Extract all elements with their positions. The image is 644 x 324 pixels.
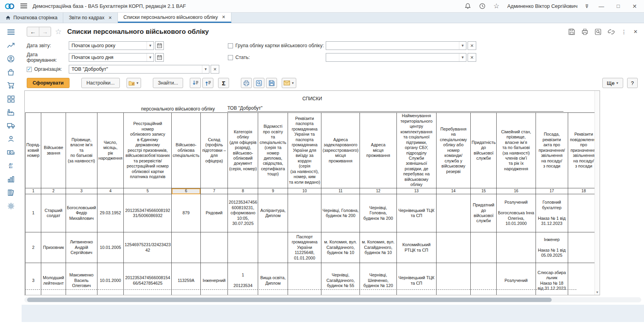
expand-rows-button[interactable] <box>202 78 213 88</box>
data-cell[interactable]: Молодший лейтенант <box>41 263 66 296</box>
sections-menu-icon[interactable] <box>6 28 16 36</box>
header-cell[interactable]: Найменування територіального центру комп… <box>397 113 437 188</box>
column-number-cell[interactable]: 10 <box>288 188 321 194</box>
help-button[interactable]: ? <box>627 78 638 88</box>
data-cell[interactable]: Максименко Василь Олегович <box>66 263 97 296</box>
data-cell[interactable]: м. Коломия, вул. Сагайдачного, будинок №… <box>321 232 360 263</box>
tab-home[interactable]: Початкова сторінка <box>0 13 63 23</box>
header-cell[interactable]: Адреса місця проживання <box>360 113 397 188</box>
horizontal-scroll-thumb[interactable] <box>27 298 552 302</box>
production-factory-icon[interactable] <box>6 108 16 116</box>
settings-button[interactable]: Настройки... <box>81 78 120 88</box>
column-number-cell[interactable]: 2 <box>41 188 66 194</box>
maximize-button[interactable]: □ <box>614 3 622 9</box>
header-cell[interactable]: Військово- облікова спеціальність <box>172 113 200 188</box>
data-cell[interactable] <box>200 232 228 263</box>
selected-cell[interactable]: 6 <box>172 188 200 194</box>
data-cell[interactable]: Розлучений Богословська Інна Олегіна, 10… <box>497 194 536 232</box>
data-cell[interactable]: 2 <box>26 232 41 263</box>
data-cell[interactable] <box>172 232 200 263</box>
data-cell[interactable] <box>228 232 258 263</box>
header-cell[interactable]: Перебування на спеціальному обліку або н… <box>436 113 471 188</box>
print-button[interactable] <box>241 78 252 88</box>
collapse-rows-button[interactable] <box>190 78 201 88</box>
header-cell[interactable]: Військове звання <box>41 113 66 188</box>
tab-hr-reports[interactable]: Звіти по кадрах ✕ <box>63 13 118 23</box>
column-number-cell[interactable]: 14 <box>436 188 471 194</box>
print-icon[interactable] <box>582 29 588 35</box>
report-result-area[interactable]: СПИСКИ персонального військового обліку … <box>24 90 600 295</box>
data-cell[interactable]: Придатний до військової служби <box>471 194 497 232</box>
favorite-star-icon[interactable]: ☆ <box>55 27 62 36</box>
send-mail-button[interactable]: ▼ <box>282 78 296 88</box>
header-cell[interactable]: Категорія обліку (для офіцерів розряд), … <box>228 113 258 188</box>
group-filter-clear-button[interactable]: ✕ <box>468 41 476 50</box>
salary-money-icon[interactable] <box>6 148 16 156</box>
data-cell[interactable]: Богословський Федір Михайлович <box>66 194 97 232</box>
catalogs-books-icon[interactable] <box>6 188 16 197</box>
data-cell[interactable]: м. Коломия, вул. Сагайдачного, будинок №… <box>360 232 397 263</box>
tab-military-lists[interactable]: Списки персонального військового обліку … <box>118 13 231 23</box>
report-date-input[interactable]: Початок цього року ▼ <box>69 41 154 50</box>
header-cell[interactable]: Склад (профіль підготовки – для офіцера) <box>200 113 228 188</box>
minimize-button[interactable]: — <box>596 3 606 9</box>
header-cell[interactable]: Реквізити паспорта громадянина України т… <box>288 113 321 188</box>
data-cell[interactable]: 113259A <box>172 263 200 296</box>
data-cell[interactable]: Розлучений <box>497 263 536 296</box>
column-number-cell[interactable]: 5 <box>124 188 172 194</box>
preview-icon[interactable] <box>595 29 601 35</box>
get-link-icon[interactable] <box>608 29 615 35</box>
gen-date-input[interactable]: Початок цього дня ▼ <box>69 53 154 62</box>
data-cell[interactable]: Чернівецький ТЦК та СП <box>397 263 437 296</box>
data-cell[interactable]: 12546975231/32423423 42 <box>124 232 172 263</box>
gen-date-calendar-button[interactable] <box>155 53 164 62</box>
column-number-cell[interactable]: 15 <box>471 188 497 194</box>
column-number-cell[interactable]: 8 <box>228 188 258 194</box>
data-cell[interactable]: 2012353474566008154 66/5427854625 <box>124 263 172 296</box>
column-number-cell[interactable]: 12 <box>360 188 397 194</box>
data-cell[interactable]: 1 20123534 <box>228 263 258 296</box>
column-number-cell[interactable]: 17 <box>536 188 568 194</box>
scroll-down-icon[interactable]: ▼ <box>596 291 599 294</box>
notifications-bell-icon[interactable] <box>464 3 471 9</box>
data-cell[interactable]: Аспірантура, Диплом <box>258 194 288 232</box>
chevron-down-icon[interactable]: ▼ <box>459 53 466 61</box>
main-menu-icon[interactable] <box>20 4 27 9</box>
data-cell[interactable] <box>497 232 536 263</box>
data-cell[interactable]: Інженер Наказ № 1 від 05.09.2025 <box>536 232 568 263</box>
data-cell[interactable]: Чернівецький ТЦК та СП <box>397 194 437 232</box>
save-button[interactable] <box>266 78 277 88</box>
save-result-icon[interactable] <box>569 29 575 35</box>
find-button[interactable]: Знайти... <box>153 78 183 88</box>
data-cell[interactable]: Старший солдат <box>41 194 66 232</box>
header-cell[interactable]: Реєстраційний номер облікового запису в … <box>124 113 172 188</box>
manager-section-icon[interactable] <box>6 55 16 63</box>
data-cell[interactable]: Чернівці, Сагайдачного, будинок № 55 <box>321 263 360 296</box>
data-cell[interactable]: 2012353474566008192 31/5006086932 <box>124 194 172 232</box>
warehouse-truck-icon[interactable] <box>6 122 16 130</box>
group-filter-checkbox[interactable] <box>228 43 233 48</box>
purchases-modules-icon[interactable] <box>6 95 16 103</box>
data-cell[interactable] <box>471 232 497 263</box>
data-cell[interactable]: Рядовий <box>200 194 228 232</box>
close-form-icon[interactable]: ✕ <box>633 29 638 35</box>
forward-button[interactable]: → <box>39 27 51 36</box>
group-filter-input[interactable]: ▼ <box>326 41 466 50</box>
chevron-down-icon[interactable]: ▼ <box>147 42 154 50</box>
data-cell[interactable] <box>436 194 471 232</box>
report-variants-button[interactable]: ▼ <box>127 78 141 88</box>
data-cell[interactable]: 1 <box>26 194 41 232</box>
header-cell[interactable]: Число, місяць, рік народження <box>97 113 124 188</box>
column-number-cell[interactable]: 3 <box>66 188 97 194</box>
column-number-cell[interactable]: 4 <box>97 188 124 194</box>
gender-filter-checkbox[interactable] <box>228 55 233 60</box>
header-cell[interactable]: Адреса задекларованого (зареєстрованого)… <box>321 113 360 188</box>
data-cell[interactable] <box>288 194 321 232</box>
organization-clear-button[interactable]: ✕ <box>211 65 219 74</box>
data-cell[interactable]: Паспорт громадянина України 11225648, 01… <box>288 232 321 263</box>
data-cell[interactable]: Інженерний <box>200 263 228 296</box>
data-cell[interactable]: 201235347456 600819231, сформовано 10:05… <box>228 194 258 232</box>
operations-dtkt-icon[interactable]: ДтКт <box>6 162 16 170</box>
column-number-cell[interactable]: 7 <box>200 188 228 194</box>
data-cell[interactable]: Призовник <box>41 232 66 263</box>
